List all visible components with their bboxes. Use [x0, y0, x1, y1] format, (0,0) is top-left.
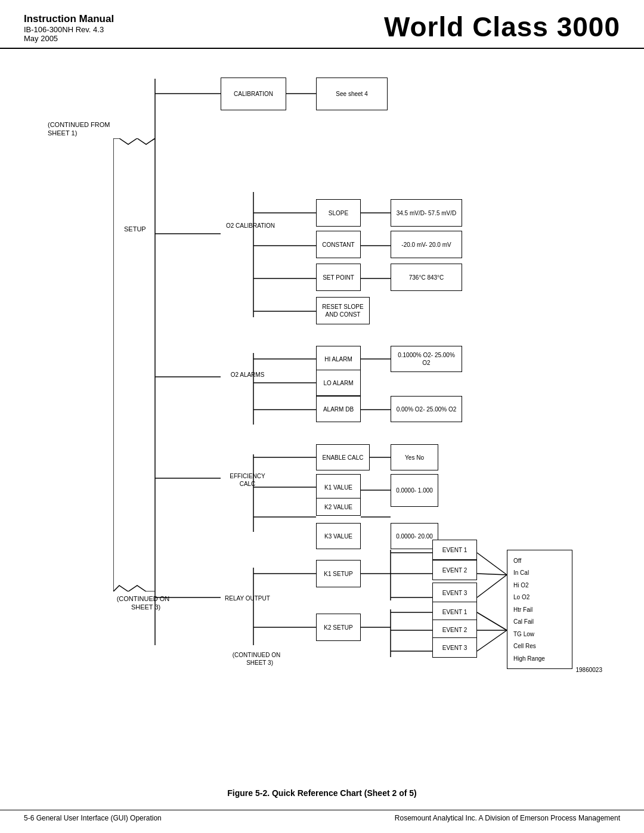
footer-right: Rosemount Analytical Inc. A Division of …	[395, 814, 620, 822]
doc-subtitle-2: May 2005	[24, 34, 114, 43]
continued-on-bottom-label: (CONTINUED ON SHEET 3)	[110, 594, 176, 612]
options-box: Off In Cal Hi O2 Lo O2 Htr Fail Cal Fail…	[507, 550, 572, 669]
alarm-db-box: ALARM DB	[316, 396, 361, 422]
set-point-box: SET POINT	[316, 264, 361, 291]
option-lo-o2: Lo O2	[513, 593, 530, 601]
footer: 5-6 General User Interface (GUI) Operati…	[0, 810, 644, 822]
o2-cal-label: O2 CALIBRATION	[221, 222, 280, 230]
slope-val-box: 34.5 mV/D- 57.5 mV/D	[391, 199, 462, 227]
header-right: World Class 3000	[384, 11, 620, 43]
k1k2-val-box: 0.0000- 1.000	[391, 474, 438, 507]
page: Instruction Manual IB-106-300NH Rev. 4.3…	[0, 0, 644, 833]
event-k2-2-box: EVENT 2	[432, 620, 477, 640]
svg-line-42	[477, 574, 507, 575]
doc-subtitle-1: IB-106-300NH Rev. 4.3	[24, 25, 114, 34]
svg-line-46	[477, 630, 507, 651]
header-left: Instruction Manual IB-106-300NH Rev. 4.3…	[24, 13, 114, 43]
header: Instruction Manual IB-106-300NH Rev. 4.3…	[0, 0, 644, 49]
doc-title: Instruction Manual	[24, 13, 114, 25]
relay-output-label: RELAY OUTPUT	[221, 594, 274, 602]
setup-label: SETUP	[124, 225, 146, 233]
svg-line-41	[477, 553, 507, 575]
constant-box: CONSTANT	[316, 231, 361, 258]
option-tg-low: TG Low	[513, 630, 534, 638]
option-cal-fail: Cal Fail	[513, 618, 534, 625]
enable-calc-box: ENABLE CALC	[316, 444, 370, 470]
lo-alarm-box: LO ALARM	[316, 370, 361, 396]
option-cell-res: Cell Res	[513, 642, 536, 650]
footer-left: 5-6 General User Interface (GUI) Operati…	[24, 814, 162, 822]
set-point-val-box: 736°C 843°C	[391, 264, 462, 291]
k2-setup-box: K2 SETUP	[316, 614, 361, 641]
brand-title: World Class 3000	[384, 11, 620, 43]
event-k1-1-box: EVENT 1	[432, 540, 477, 560]
constant-val-box: -20.0 mV- 20.0 mV	[391, 231, 462, 258]
continued-from-label: (CONTINUED FROM SHEET 1)	[48, 120, 125, 138]
doc-number: 19860023	[576, 666, 603, 674]
svg-line-43	[477, 575, 507, 597]
option-hi-o2: Hi O2	[513, 581, 529, 589]
continued-on-sheet3-diagram: (CONTINUED ON SHEET 3)	[221, 651, 292, 667]
calibration-box: CALIBRATION	[221, 78, 286, 110]
option-htr-fail: Htr Fail	[513, 606, 532, 614]
left-connector-svg	[113, 138, 155, 592]
option-high-range: High Range	[513, 655, 545, 662]
diagram-area: (CONTINUED FROM SHEET 1) SETUP (CONTINUE…	[36, 61, 608, 776]
k1-setup-box: K1 SETUP	[316, 560, 361, 587]
option-in-cal: In Cal	[513, 569, 529, 577]
efficiency-label: EFFICIENCYCALC	[221, 472, 274, 488]
k2-value-box: K2 VALUE	[316, 498, 361, 516]
yes-no-box: Yes No	[391, 444, 438, 470]
event-k1-2-box: EVENT 2	[432, 560, 477, 580]
see-sheet-box: See sheet 4	[316, 78, 388, 110]
event-k1-3-box: EVENT 3	[432, 583, 477, 603]
svg-line-44	[477, 612, 507, 630]
event-k2-1-box: EVENT 1	[432, 602, 477, 622]
option-off: Off	[513, 557, 521, 565]
reset-slope-box: RESET SLOPE AND CONST	[316, 297, 370, 324]
slope-box: SLOPE	[316, 199, 361, 227]
hi-alarm-val-box: 0.1000% O2- 25.00% O2	[391, 346, 462, 372]
event-k2-3-box: EVENT 3	[432, 637, 477, 658]
k3-val-box: 0.0000- 20.00	[391, 523, 438, 549]
alarm-db-val-box: 0.00% O2- 25.00% O2	[391, 396, 462, 422]
k1-value-box: K1 VALUE	[316, 474, 361, 500]
figure-caption: Figure 5-2. Quick Reference Chart (Sheet…	[0, 788, 644, 798]
o2-alarms-label: O2 ALARMS	[221, 371, 274, 379]
hi-alarm-box: HI ALARM	[316, 346, 361, 372]
k3-value-box: K3 VALUE	[316, 523, 361, 549]
